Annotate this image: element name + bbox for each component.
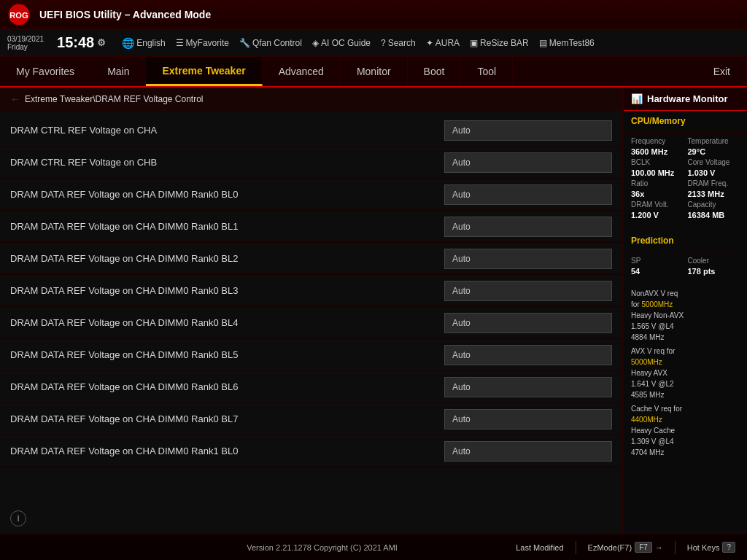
setting-value-9[interactable]: Auto (444, 409, 612, 429)
arrow-right-icon: → (655, 543, 663, 552)
memtest-icon: ▤ (539, 38, 547, 48)
setting-row[interactable]: DRAM CTRL REF Voltage on CHBAuto (0, 147, 622, 179)
setting-label-5: DRAM DATA REF Voltage on CHA DIMM0 Rank0… (10, 285, 444, 296)
nav-bar: My Favorites Main Extreme Tweaker Advanc… (0, 57, 747, 88)
nav-tool[interactable]: Tool (461, 57, 513, 86)
nav-boot[interactable]: Boot (408, 57, 462, 86)
temperature-label: Temperature (688, 137, 740, 145)
setting-row[interactable]: DRAM DATA REF Voltage on CHA DIMM0 Rank0… (0, 403, 622, 435)
setting-row[interactable]: DRAM DATA REF Voltage on CHA DIMM0 Rank0… (0, 179, 622, 211)
prediction-title: Prediction (624, 230, 747, 249)
bottom-bar: Version 2.21.1278 Copyright (C) 2021 AMI… (0, 534, 747, 560)
aura-button[interactable]: ✦ AURA (426, 38, 460, 48)
resize-bar-label: ReSize BAR (480, 38, 529, 48)
last-modified-label: Last Modified (516, 543, 563, 552)
setting-row[interactable]: DRAM DATA REF Voltage on CHA DIMM0 Rank0… (0, 211, 622, 243)
breadcrumb-path: Extreme Tweaker\DRAM REF Voltage Control (25, 94, 204, 104)
date: 03/19/2021 (7, 35, 44, 43)
setting-row[interactable]: DRAM DATA REF Voltage on CHA DIMM0 Rank1… (0, 435, 622, 467)
qfan-button[interactable]: 🔧 Qfan Control (239, 38, 302, 48)
cooler-value: 178 pts (688, 267, 740, 276)
hardware-monitor-title: 📊 Hardware Monitor (624, 88, 747, 111)
nav-exit[interactable]: Exit (697, 57, 747, 86)
nav-my-favorites[interactable]: My Favorites (0, 57, 91, 86)
resize-icon: ▣ (470, 38, 478, 48)
nav-monitor[interactable]: Monitor (341, 57, 408, 86)
day: Friday (7, 43, 44, 51)
avx-voltage: 1.641 V @L2 (631, 378, 740, 389)
ratio-value: 36x (631, 190, 684, 198)
language-selector[interactable]: 🌐 English (122, 37, 165, 49)
sp-value: 54 (631, 267, 684, 276)
main-content: ← Extreme Tweaker\DRAM REF Voltage Contr… (0, 88, 747, 534)
search-button[interactable]: ? Search (381, 38, 416, 48)
avx-mhz: 4585 MHz (631, 389, 740, 400)
nav-extreme-tweaker[interactable]: Extreme Tweaker (146, 57, 262, 86)
temperature-value: 29°C (688, 147, 740, 156)
frequency-value: 3600 MHz (631, 147, 684, 156)
ratio-label: Ratio (631, 179, 684, 187)
setting-value-4[interactable]: Auto (444, 249, 612, 269)
bclk-value: 100.00 MHz (631, 168, 684, 177)
settings-list: DRAM CTRL REF Voltage on CHAAutoDRAM CTR… (0, 112, 622, 534)
cpu-memory-title: CPU/Memory (624, 111, 747, 129)
my-favorite-button[interactable]: ☰ MyFavorite (176, 38, 229, 48)
language-label: English (136, 38, 165, 48)
datetime: 03/19/2021 Friday (7, 35, 44, 51)
info-icon[interactable]: i (10, 510, 26, 526)
setting-row[interactable]: DRAM DATA REF Voltage on CHA DIMM0 Rank0… (0, 307, 622, 339)
svg-text:ROG: ROG (9, 10, 28, 19)
cache-label: Cache V req for4400MHz (631, 403, 740, 425)
ezmode-button[interactable]: EzMode(F7) F7 → (588, 542, 663, 553)
setting-value-2[interactable]: Auto (444, 184, 612, 205)
setting-row[interactable]: DRAM DATA REF Voltage on CHA DIMM0 Rank0… (0, 275, 622, 307)
setting-row[interactable]: DRAM DATA REF Voltage on CHA DIMM0 Rank0… (0, 339, 622, 371)
avx-type: Heavy AVX (631, 368, 740, 378)
dram-freq-value: 2133 MHz (688, 190, 740, 198)
aura-icon: ✦ (426, 38, 433, 48)
setting-value-10[interactable]: Auto (444, 441, 612, 462)
setting-label-3: DRAM DATA REF Voltage on CHA DIMM0 Rank0… (10, 221, 444, 232)
setting-row[interactable]: DRAM DATA REF Voltage on CHA DIMM0 Rank0… (0, 371, 622, 403)
qfan-label: Qfan Control (252, 38, 302, 48)
dram-volt-label: DRAM Volt. (631, 201, 684, 209)
resize-bar-button[interactable]: ▣ ReSize BAR (470, 38, 529, 48)
time-display: 15:48 (57, 34, 94, 51)
non-avx-mhz: 4884 MHz (631, 332, 740, 343)
setting-value-5[interactable]: Auto (444, 281, 612, 301)
memtest-button[interactable]: ▤ MemTest86 (539, 38, 595, 48)
bios-title: UEFI BIOS Utility – Advanced Mode (39, 9, 740, 20)
back-arrow[interactable]: ← (10, 93, 20, 105)
cache-item: Cache V req for4400MHz Heavy Cache 1.309… (624, 402, 747, 459)
non-avx-type: Heavy Non-AVX (631, 310, 740, 321)
search-label: Search (388, 38, 416, 48)
fan-icon: 🔧 (239, 38, 250, 48)
setting-value-3[interactable]: Auto (444, 217, 612, 237)
setting-row[interactable]: DRAM DATA REF Voltage on CHA DIMM0 Rank0… (0, 243, 622, 275)
setting-value-0[interactable]: Auto (444, 120, 612, 141)
version-text: Version 2.21.1278 Copyright (C) 2021 AMI (128, 543, 516, 552)
avx-label: AVX V req for5000MHz (631, 346, 740, 368)
last-modified-button[interactable]: Last Modified (516, 543, 563, 552)
nav-main[interactable]: Main (91, 57, 146, 86)
setting-value-8[interactable]: Auto (444, 377, 612, 397)
ezmode-label: EzMode(F7) (588, 543, 632, 552)
header-bar: ROG UEFI BIOS Utility – Advanced Mode (0, 0, 747, 29)
setting-label-7: DRAM DATA REF Voltage on CHA DIMM0 Rank0… (10, 349, 444, 360)
hotkeys-button[interactable]: Hot Keys ? (687, 542, 735, 553)
hotkeys-label: Hot Keys (687, 543, 720, 552)
divider-4 (624, 283, 747, 284)
setting-value-1[interactable]: Auto (444, 152, 612, 173)
bclk-label: BCLK (631, 158, 684, 166)
ai-oc-button[interactable]: ◈ AI OC Guide (312, 38, 371, 48)
setting-value-6[interactable]: Auto (444, 313, 612, 333)
divider-2 (624, 227, 747, 228)
setting-label-9: DRAM DATA REF Voltage on CHA DIMM0 Rank0… (10, 413, 444, 424)
divider-btn-1 (576, 541, 576, 554)
setting-row[interactable]: DRAM CTRL REF Voltage on CHAAuto (0, 114, 622, 147)
nav-advanced[interactable]: Advanced (263, 57, 341, 86)
ai-icon: ◈ (312, 38, 319, 48)
setting-value-7[interactable]: Auto (444, 345, 612, 365)
settings-icon[interactable]: ⚙ (97, 37, 106, 48)
info-bar: 03/19/2021 Friday 15:48 ⚙ 🌐 English ☰ My… (0, 29, 747, 57)
